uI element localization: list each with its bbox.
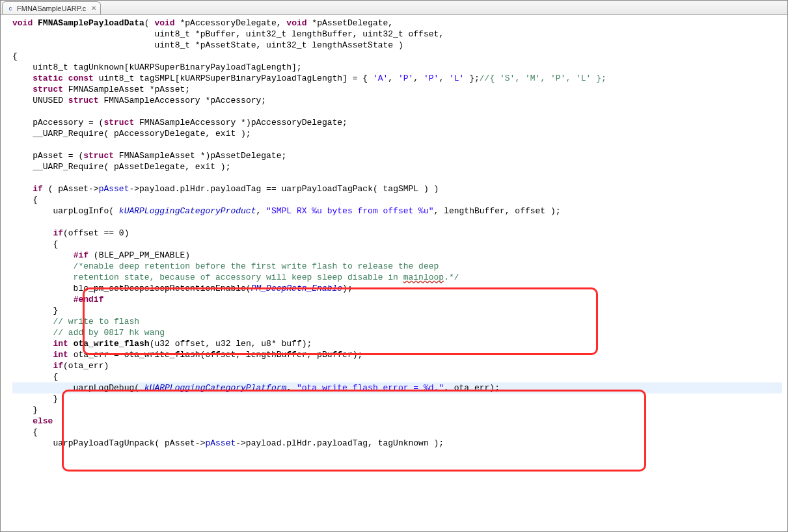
- kw-if: if: [53, 361, 63, 371]
- t: ,: [388, 73, 398, 83]
- editor-window: c FMNASampleUARP.c ✕ void FMNASamplePayl…: [0, 0, 788, 532]
- kw-if: if: [33, 184, 43, 194]
- t: pAsset = (: [12, 151, 83, 161]
- t: uarpPayloadTagUnpack( pAsset->: [12, 438, 205, 448]
- t: [12, 416, 33, 426]
- t: ,: [256, 206, 266, 216]
- t: );: [342, 284, 353, 293]
- t: FMNASampleAccessory *)pAccessoryDelegate…: [134, 118, 347, 127]
- t: ,: [439, 73, 449, 83]
- t: [12, 339, 53, 349]
- t: };: [464, 73, 479, 83]
- field: pAsset: [205, 438, 236, 448]
- kw-const: const: [68, 73, 94, 83]
- field: pAsset: [99, 184, 129, 194]
- t: , ota_err);: [444, 383, 500, 393]
- t: [68, 339, 74, 349]
- t: __UARP_Require( pAccessoryDelegate, exit…: [12, 129, 251, 139]
- kw-struct: struct: [103, 118, 134, 127]
- t: ,: [286, 383, 297, 393]
- t: (u32 offset, u32 len, u8* buff);: [150, 339, 312, 349]
- string: "ota_write_flash error = %d.": [297, 383, 444, 393]
- comment: // add by 0817 hk wang: [53, 328, 165, 338]
- t: (: [144, 18, 155, 28]
- func-name: FMNASamplePayloadData: [38, 18, 144, 28]
- t: ,: [413, 73, 424, 83]
- c-file-icon: c: [7, 5, 14, 12]
- t: *pAccessoryDelegate,: [175, 18, 287, 28]
- comment: .*/: [444, 273, 459, 282]
- t: [12, 350, 53, 360]
- t: ->payload.plHdr.payloadTag == uarpPayloa…: [129, 184, 439, 194]
- macro: PM_DeepRetn_Enable: [251, 284, 342, 293]
- comment-misspell: mainloop: [403, 273, 444, 282]
- char-lit: 'P': [398, 73, 413, 83]
- t: }: [12, 405, 38, 415]
- t: [63, 73, 68, 83]
- t: }: [12, 394, 58, 404]
- current-line: uarpLogDebug( kUARPLoggingCategoryPlatfo…: [12, 382, 782, 393]
- t: [12, 361, 53, 371]
- t: uint8_t *pAssetState, uint32_t lengthAss…: [12, 40, 403, 50]
- t: uint8_t *pBuffer, uint32_t lengthBuffer,…: [12, 29, 444, 39]
- t: FMNASampleAsset *pAsset;: [63, 85, 190, 94]
- kw-else: else: [33, 416, 53, 426]
- t: [12, 295, 74, 304]
- t: *pAssetDelegate,: [307, 18, 394, 28]
- t: [12, 228, 53, 238]
- t: [12, 317, 53, 326]
- kw-void: void: [12, 18, 33, 28]
- kw-struct: struct: [33, 85, 63, 94]
- t: __UARP_Require( pAssetDelegate, exit );: [12, 162, 230, 172]
- source-code[interactable]: void FMNASamplePayloadData( void *pAcces…: [3, 15, 787, 451]
- t: ->payload.plHdr.payloadTag, tagUnknown )…: [236, 438, 444, 448]
- comment: retention state, because of accessory wi…: [12, 273, 403, 282]
- t: ( pAsset->: [43, 184, 99, 194]
- t: , lengthBuffer, offset );: [434, 206, 561, 216]
- t: uarpLogDebug(: [12, 383, 144, 393]
- t: uint8_t tagUnknown[kUARPSuperBinaryPaylo…: [12, 62, 302, 72]
- kw-void: void: [286, 18, 306, 28]
- kw-struct: struct: [68, 96, 99, 105]
- t: FMNASampleAsset *)pAssetDelegate;: [114, 151, 286, 161]
- macro: kUARPLoggingCategoryProduct: [119, 206, 256, 216]
- tab-bar: c FMNASampleUARP.c ✕: [1, 1, 787, 15]
- t: (ota_err): [63, 361, 109, 371]
- t: uarpLogInfo(: [12, 206, 119, 216]
- kw-if: if: [53, 228, 63, 238]
- t: blc_pm_setDeepsleepRetentionEnable(: [12, 284, 251, 293]
- char-lit: 'P': [424, 73, 439, 83]
- comment: //{ 'S', 'M', 'P', 'L' };: [480, 73, 606, 83]
- t: uint8_t tagSMPL[kUARPSuperBinaryPayloadT…: [94, 73, 373, 83]
- t: [12, 184, 33, 194]
- t: {: [12, 427, 38, 437]
- t: {: [12, 372, 58, 382]
- macro: kUARPLoggingCategoryPlatform: [144, 383, 286, 393]
- t: {: [12, 195, 38, 205]
- t: UNUSED: [12, 96, 68, 105]
- kw-int: int: [53, 339, 68, 349]
- t: [12, 328, 53, 338]
- pp-endif: #endif: [74, 295, 104, 304]
- comment: // write to flash: [53, 317, 139, 326]
- t: (offset == 0): [63, 228, 129, 238]
- func-decl: ota_write_flash: [74, 339, 150, 349]
- t: ota_err = ota_write_flash(offset, length…: [68, 350, 362, 360]
- t: [12, 85, 33, 94]
- char-lit: 'A': [373, 73, 388, 83]
- kw-void: void: [154, 18, 174, 28]
- t: FMNASampleAccessory *pAccessory;: [99, 96, 266, 105]
- code-area[interactable]: void FMNASamplePayloadData( void *pAcces…: [1, 15, 787, 531]
- pp-if: #if: [74, 250, 88, 260]
- comment: /*enable deep retention before the first…: [12, 261, 439, 271]
- string: "SMPL RX %u bytes from offset %u": [266, 206, 433, 216]
- kw-struct: struct: [83, 151, 114, 161]
- t: [12, 250, 74, 260]
- t: }: [12, 306, 58, 315]
- tab-file[interactable]: c FMNASampleUARP.c ✕: [2, 1, 101, 14]
- kw-static: static: [33, 73, 63, 83]
- t: {: [12, 51, 18, 61]
- t: (BLE_APP_PM_ENABLE): [88, 250, 190, 260]
- close-icon[interactable]: ✕: [91, 5, 96, 12]
- t: [12, 73, 33, 83]
